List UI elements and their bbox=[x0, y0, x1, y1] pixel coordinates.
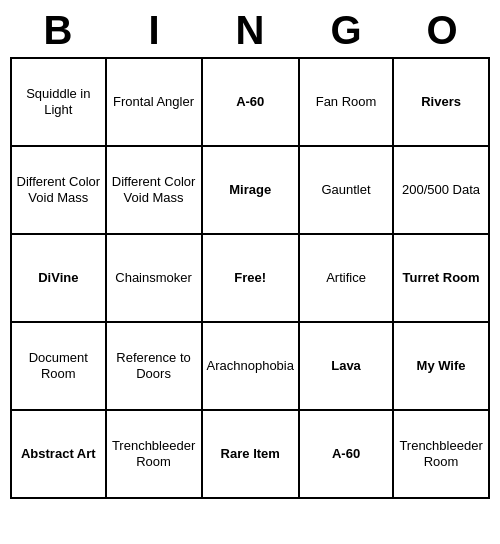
bingo-cell: Lava bbox=[299, 322, 393, 410]
bingo-cell: Trenchbleeder Room bbox=[106, 410, 202, 498]
bingo-grid: Squiddle in LightFrontal AnglerA-60Fan R… bbox=[10, 57, 490, 499]
bingo-cell: Document Room bbox=[11, 322, 106, 410]
bingo-cell: Gauntlet bbox=[299, 146, 393, 234]
bingo-cell: Fan Room bbox=[299, 58, 393, 146]
bingo-cell: Abstract Art bbox=[11, 410, 106, 498]
bingo-cell: A-60 bbox=[299, 410, 393, 498]
bingo-letter: B bbox=[14, 8, 102, 53]
bingo-letter: I bbox=[110, 8, 198, 53]
bingo-cell: Different Color Void Mass bbox=[11, 146, 106, 234]
bingo-letter: G bbox=[302, 8, 390, 53]
bingo-cell: Mirage bbox=[202, 146, 299, 234]
bingo-cell: Artifice bbox=[299, 234, 393, 322]
bingo-cell: Rivers bbox=[393, 58, 489, 146]
bingo-cell: A-60 bbox=[202, 58, 299, 146]
bingo-letter: N bbox=[206, 8, 294, 53]
bingo-cell: Chainsmoker bbox=[106, 234, 202, 322]
bingo-cell: Rare Item bbox=[202, 410, 299, 498]
bingo-cell: Reference to Doors bbox=[106, 322, 202, 410]
bingo-cell: Frontal Angler bbox=[106, 58, 202, 146]
bingo-cell: DiVine bbox=[11, 234, 106, 322]
bingo-cell: Arachnophobia bbox=[202, 322, 299, 410]
bingo-cell: Free! bbox=[202, 234, 299, 322]
bingo-cell: Trenchbleeder Room bbox=[393, 410, 489, 498]
bingo-header: BINGO bbox=[10, 0, 490, 57]
bingo-cell: 200/500 Data bbox=[393, 146, 489, 234]
bingo-cell: My Wife bbox=[393, 322, 489, 410]
bingo-letter: O bbox=[398, 8, 486, 53]
bingo-cell: Squiddle in Light bbox=[11, 58, 106, 146]
bingo-cell: Different Color Void Mass bbox=[106, 146, 202, 234]
bingo-cell: Turret Room bbox=[393, 234, 489, 322]
